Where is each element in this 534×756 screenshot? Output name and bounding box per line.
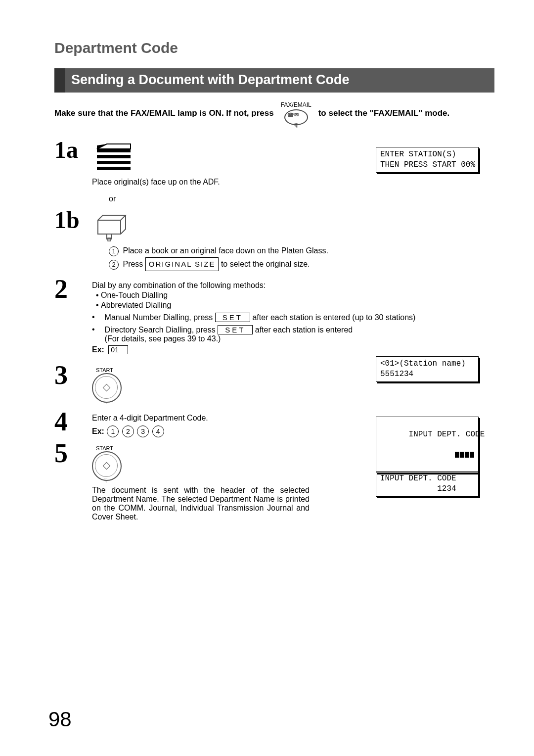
step-2-bullet-2: Abbreviated Dialling: [101, 301, 494, 310]
intro-before-text: Make sure that the FAX/EMAIL lamp is ON.…: [54, 108, 274, 118]
step-1b-line2-post: to select the original size.: [219, 260, 310, 268]
substep-2-icon: 2: [109, 260, 119, 270]
step-2-b4-pre: Directory Search Dialling, press: [105, 326, 218, 334]
adf-document-icon: [92, 142, 132, 172]
step-2-ex-value: 01: [108, 345, 128, 354]
start-button-icon-2: ☟: [92, 451, 122, 481]
step-number-5: 5: [54, 441, 92, 466]
step-1a-caption: Place original(s) face up on the ADF.: [92, 178, 494, 187]
step-2-b4-note: (For details, see pages 39 to 43.): [105, 334, 221, 343]
step-number-2: 2: [54, 277, 92, 301]
step-2-ex-label: Ex:: [92, 345, 104, 354]
svg-rect-0: [97, 149, 131, 152]
lcd-3-line1: INPUT DEPT. CODE: [409, 430, 485, 439]
lcd-display-4: INPUT DEPT. CODE 1234: [376, 471, 479, 497]
step-1b-substeps: 1 Place a book or an original face down …: [109, 244, 494, 271]
svg-rect-2: [97, 161, 131, 164]
start-button-icon: ☟: [92, 373, 122, 403]
step-number-1a: 1a: [54, 138, 92, 162]
section-heading: Department Code: [54, 40, 494, 56]
step-number-1b: 1b: [54, 208, 92, 232]
step-2-b3-post: after each station is entered (up to 30 …: [250, 313, 415, 322]
dept-digit-2: 2: [122, 425, 134, 437]
step-2-b4-post: after each station is entered: [253, 326, 353, 334]
step-1b-line1: Place a book or an original face down on…: [123, 246, 328, 255]
step-4-ex-label: Ex:: [92, 427, 104, 435]
step-2: 2 Dial by any combination of the followi…: [54, 277, 494, 354]
step-number-3: 3: [54, 363, 92, 387]
set-button-1: SET: [215, 313, 250, 322]
intro-instruction: Make sure that the FAX/EMAIL lamp is ON.…: [54, 101, 494, 125]
lcd-display-3: INPUT DEPT. CODE: [376, 417, 479, 473]
page-title-banner: Sending a Document with Department Code: [54, 68, 494, 93]
fax-email-button-icon: FAX/EMAIL ☎✉ ☟: [281, 101, 312, 125]
lcd-display-1: ENTER STATION(S) THEN PRESS START 00%: [376, 147, 479, 173]
dept-digit-3: 3: [137, 425, 149, 437]
platen-glass-icon: [92, 212, 494, 244]
page-number: 98: [48, 708, 72, 731]
dept-digit-4: 4: [152, 425, 164, 437]
svg-rect-1: [97, 155, 131, 158]
lcd-cursor-icon: [454, 450, 474, 460]
substep-1-icon: 1: [109, 246, 119, 256]
step-2-intro: Dial by any combination of the following…: [92, 281, 494, 290]
svg-rect-3: [97, 167, 131, 170]
step-5-final-text: The document is sent with the header of …: [92, 486, 310, 521]
step-1b: 1b: [54, 208, 494, 244]
intro-after-text: to select the "FAX/EMAIL" mode.: [318, 108, 450, 118]
step-1b-line2-pre: Press: [123, 260, 145, 268]
set-button-2: SET: [218, 325, 253, 334]
fax-email-label: FAX/EMAIL: [281, 101, 312, 108]
original-size-button: ORIGINAL SIZE: [145, 257, 219, 271]
dept-digit-1: 1: [107, 425, 119, 437]
step-2-b3-pre: Manual Number Dialling, press: [105, 313, 215, 322]
step-2-bullet-1: One-Touch Dialling: [101, 291, 494, 300]
or-separator: or: [109, 194, 494, 203]
step-number-4: 4: [54, 410, 92, 434]
lcd-display-2: <01>(Station name) 5551234: [376, 356, 479, 382]
